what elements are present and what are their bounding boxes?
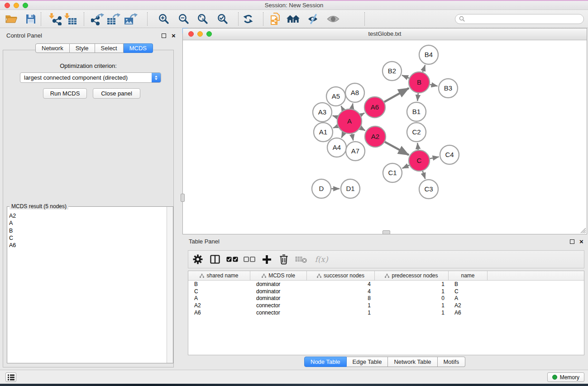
window-titlebar: Session: New Session: [0, 0, 588, 10]
table-row[interactable]: Cdominator41C: [188, 288, 584, 295]
column-header-name[interactable]: name: [449, 271, 488, 280]
tab-select[interactable]: Select: [95, 43, 124, 53]
table-row[interactable]: A2connector11A2: [188, 302, 584, 309]
table-row[interactable]: A6connector11A6: [188, 309, 584, 316]
import-network-button[interactable]: [47, 11, 62, 27]
float-table-panel-button[interactable]: [570, 239, 574, 244]
delete-table-button[interactable]: [294, 253, 308, 266]
tab-node-table[interactable]: Node Table: [304, 357, 347, 367]
network-minimize-button[interactable]: [197, 31, 203, 37]
delete-columns-button[interactable]: [277, 253, 291, 266]
graph-edge-B-B4[interactable]: [423, 65, 425, 72]
export-table-button[interactable]: [106, 11, 122, 27]
graph-edge-A-A1[interactable]: [333, 126, 338, 128]
trash-icon: [279, 254, 289, 265]
column-header-successor-nodes[interactable]: successor nodes: [307, 271, 375, 280]
graph-edge-C-C1[interactable]: [402, 165, 409, 168]
select-all-button[interactable]: [225, 253, 239, 266]
unchecked-boxes-icon: [244, 256, 255, 263]
deselect-all-button[interactable]: [243, 253, 256, 266]
tab-motifs[interactable]: Motifs: [438, 357, 466, 367]
graph-edge-A-A3[interactable]: [333, 116, 338, 118]
resize-grip[interactable]: [579, 227, 586, 234]
graph-edge-C-C3[interactable]: [423, 171, 425, 179]
toolbar-separator: [238, 12, 239, 26]
function-builder-button[interactable]: f(x): [311, 253, 331, 266]
zoom-window-button[interactable]: [23, 3, 28, 8]
graph-edge-A-A6[interactable]: [360, 113, 364, 115]
table-settings-button[interactable]: [191, 253, 205, 266]
run-mcds-button[interactable]: Run MCDS: [43, 88, 87, 99]
column-label: successor nodes: [324, 272, 364, 279]
float-panel-button[interactable]: [162, 33, 166, 38]
table-toolbar: f(x): [188, 250, 584, 268]
column-header-predecessor-nodes[interactable]: predecessor nodes: [375, 271, 449, 280]
graph-edge-C-C4[interactable]: [430, 157, 439, 159]
column-header-shared-name[interactable]: shared name: [188, 271, 250, 280]
graph-edge-A-A5[interactable]: [341, 106, 343, 110]
new-network-from-selection-button[interactable]: [268, 11, 283, 27]
graph-edge-B-B1[interactable]: [417, 93, 418, 101]
graph-edge-A-A4[interactable]: [341, 133, 344, 138]
close-panel-button[interactable]: Close panel: [93, 88, 140, 99]
mcds-result-legend: MCDS result (5 nodes): [10, 203, 68, 210]
network-window-titlebar[interactable]: testGlobe.txt: [183, 29, 587, 40]
export-image-button[interactable]: [124, 11, 139, 27]
tab-network[interactable]: Network: [35, 43, 70, 53]
mcds-result-item[interactable]: C: [9, 234, 167, 242]
tab-mcds[interactable]: MCDS: [124, 43, 153, 53]
table-cell: 1: [375, 281, 449, 287]
create-column-button[interactable]: [260, 253, 273, 266]
mcds-result-item[interactable]: A6: [9, 242, 167, 249]
tab-edge-table[interactable]: Edge Table: [347, 357, 388, 367]
toggle-graphics-details-button[interactable]: [306, 11, 321, 27]
close-window-button[interactable]: [5, 3, 10, 8]
vertical-scroll-thumb[interactable]: [181, 194, 185, 202]
fit-content-button[interactable]: [195, 11, 210, 27]
mcds-result-item[interactable]: B: [9, 227, 167, 234]
home-button[interactable]: [286, 11, 301, 27]
show-column-button[interactable]: [208, 253, 222, 266]
zoom-in-button[interactable]: [156, 11, 172, 27]
horizontal-scroll-thumb[interactable]: [382, 230, 390, 234]
task-history-button[interactable]: [5, 372, 16, 382]
tab-network-table[interactable]: Network Table: [388, 357, 437, 367]
column-header-MCDS-role[interactable]: MCDS role: [250, 271, 307, 280]
table-row[interactable]: Adominator80A: [188, 295, 584, 302]
mcds-panel: Optimization criterion: largest connecte…: [3, 50, 174, 367]
graph-edge-A2-C[interactable]: [385, 142, 409, 155]
tab-style[interactable]: Style: [70, 43, 95, 53]
table-row[interactable]: Bdominator41B: [188, 281, 584, 288]
close-table-panel-button[interactable]: ×: [579, 239, 583, 244]
mcds-result-item[interactable]: A: [9, 219, 167, 227]
close-panel-icon-button[interactable]: ×: [172, 33, 176, 38]
open-file-button[interactable]: [4, 11, 19, 27]
graph-edge-B-B2[interactable]: [402, 75, 409, 78]
minimize-window-button[interactable]: [14, 3, 19, 8]
optimization-criterion-select[interactable]: largest connected component (directed): [20, 72, 161, 83]
new-network-document-icon: [269, 13, 281, 25]
network-close-button[interactable]: [188, 31, 194, 37]
zoom-out-button[interactable]: [176, 11, 191, 27]
graph-node-label: A1: [319, 128, 327, 136]
save-session-button[interactable]: [23, 11, 38, 27]
graph-edge-A-A8[interactable]: [352, 104, 353, 109]
show-hide-button[interactable]: [325, 11, 341, 27]
graph-edge-A6-B[interactable]: [384, 88, 409, 102]
network-canvas[interactable]: AA1A2A3A4A5A6A7A8BB1B2B3B4CC1C2C3C4DD1: [183, 40, 587, 234]
memory-button[interactable]: Memory: [547, 372, 584, 382]
fit-selected-button[interactable]: [215, 11, 230, 27]
graph-edge-A-A7[interactable]: [352, 133, 353, 140]
graph-edge-B-B3[interactable]: [430, 85, 438, 86]
result-scrollbar[interactable]: [167, 207, 173, 363]
graph-node-label: C4: [445, 151, 454, 158]
graph-edge-C-C2[interactable]: [417, 143, 418, 150]
export-network-button[interactable]: [90, 11, 105, 27]
network-zoom-button[interactable]: [206, 31, 212, 37]
mcds-result-item[interactable]: A2: [9, 212, 167, 219]
apply-layout-button[interactable]: [240, 11, 256, 27]
search-input[interactable]: [468, 15, 580, 23]
graph-edge-A-A2[interactable]: [360, 128, 365, 130]
table-cell: A6: [188, 310, 250, 316]
import-table-button[interactable]: [62, 11, 78, 27]
